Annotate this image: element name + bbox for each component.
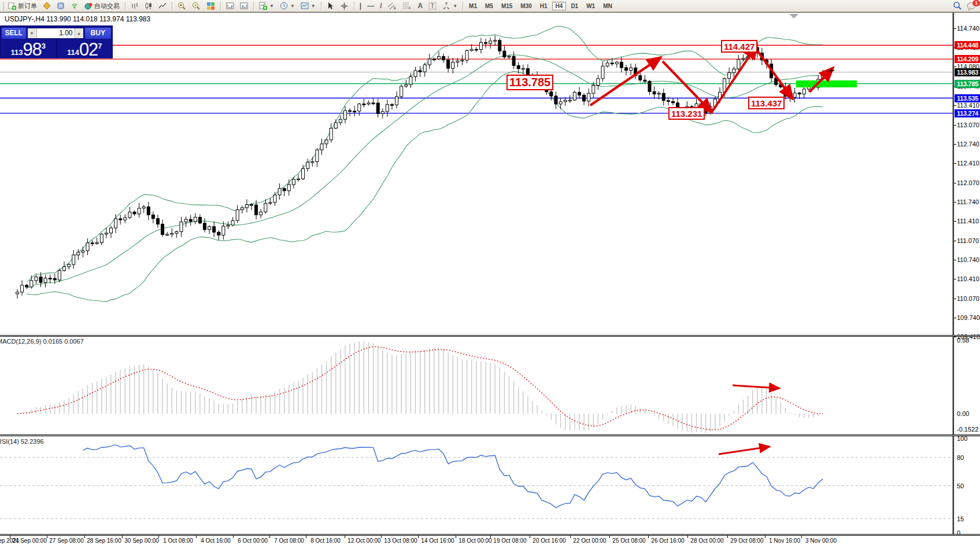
mt4-terminal-window: 新订单 自动交易 ▼ ▼ ▼ | — / E F A T: [0, 0, 980, 545]
svg-text:F: F: [409, 6, 411, 10]
timeframe-m30[interactable]: M30: [517, 2, 535, 10]
crosshair-button[interactable]: [337, 1, 352, 12]
vline-icon: |: [360, 2, 361, 9]
bar-chart-icon: [131, 2, 139, 10]
date-tick: [648, 536, 649, 538]
price-tick-label: 112.070: [957, 179, 979, 186]
date-tick: [158, 536, 159, 538]
bar-chart-button[interactable]: [128, 1, 142, 12]
date-tick: [765, 536, 765, 538]
tile-windows-button[interactable]: [204, 1, 218, 12]
price-tick: [954, 28, 956, 29]
channel-icon: E: [387, 2, 397, 10]
date-label: 8 Oct 16:00: [310, 537, 341, 544]
timeframe-m1[interactable]: M1: [465, 2, 480, 10]
svg-text:T: T: [431, 3, 434, 9]
ask-prefix: 114: [67, 48, 79, 57]
volume-dropdown-button[interactable]: ▼: [28, 28, 37, 38]
price-tick-label: 112.410: [957, 160, 979, 167]
autotrade-label: 自动交易: [94, 2, 120, 10]
date-label: 13 Oct 08:00: [384, 537, 417, 544]
date-label: 27 Sep 08:00: [49, 537, 84, 544]
hline-tool-button[interactable]: —: [364, 1, 377, 12]
price-annotation[interactable]: 114.427: [721, 40, 757, 53]
ask-price[interactable]: 114 02 7: [57, 39, 113, 58]
date-tick: [418, 536, 419, 538]
candlestick-icon: [145, 2, 153, 10]
price-tick: [954, 221, 956, 222]
arrange-chart2-button[interactable]: [237, 1, 251, 12]
svg-text:E: E: [394, 6, 396, 10]
date-label: 24 Sep 00:00: [12, 537, 47, 544]
channel-tool-button[interactable]: E: [384, 1, 400, 12]
panel-separator[interactable]: [0, 335, 980, 337]
price-line-flag: 113.274: [955, 109, 980, 117]
date-label: 14 Oct 16:00: [421, 537, 454, 544]
text-tool-button[interactable]: A: [415, 1, 426, 12]
volume-value[interactable]: 1.00: [37, 29, 75, 37]
panel-splitter-arrow[interactable]: [789, 14, 798, 19]
panel-separator[interactable]: [0, 534, 980, 536]
templates-button[interactable]: ▼: [298, 1, 319, 12]
arrows-tool-button[interactable]: ▼: [439, 1, 460, 12]
rsi-scale-label: 50: [957, 483, 964, 489]
volume-input[interactable]: ▼ 1.00 ▲: [27, 28, 84, 39]
panel-separator[interactable]: [0, 434, 980, 436]
indicators-button[interactable]: ▼: [256, 1, 277, 12]
wifi-icon: [71, 2, 79, 10]
arrange-chart-button[interactable]: [223, 1, 237, 12]
bid-pip-digit: 3: [42, 42, 46, 50]
date-label: 3 Nov 00:00: [805, 537, 837, 544]
candlestick-button[interactable]: [142, 1, 156, 12]
timeframe-w1[interactable]: W1: [583, 2, 598, 10]
price-annotation[interactable]: 113.231: [668, 107, 705, 120]
trendline-tool-button[interactable]: /: [377, 1, 384, 12]
timeframe-bar: M1M5M15M30H1H4D1W1MN: [465, 2, 616, 10]
toolbar-grip[interactable]: [2, 2, 3, 10]
bid-price[interactable]: 113 98 3: [1, 39, 56, 58]
price-tick-label: 111.410: [957, 218, 979, 224]
timeframe-m15[interactable]: M15: [498, 2, 516, 10]
vline-tool-button[interactable]: |: [357, 1, 364, 12]
autotrade-button[interactable]: 自动交易: [82, 1, 123, 12]
timeframe-h4[interactable]: H4: [552, 2, 567, 10]
cursor-button[interactable]: [324, 1, 337, 12]
zoom-in-button[interactable]: [175, 1, 189, 12]
volume-up-button[interactable]: ▲: [75, 28, 83, 38]
sell-button[interactable]: SELL: [2, 28, 26, 39]
timeframe-mn[interactable]: MN: [600, 2, 616, 10]
zoom-out-button[interactable]: [189, 1, 204, 12]
timeframe-m5[interactable]: M5: [482, 2, 497, 10]
date-tick: [687, 536, 688, 538]
timeframe-d1[interactable]: D1: [567, 2, 582, 10]
price-annotation[interactable]: 113.785: [506, 75, 553, 90]
date-axis[interactable]: Sep 202124 Sep 00:0027 Sep 08:0028 Sep 1…: [0, 536, 980, 545]
label-tool-button[interactable]: T: [426, 1, 439, 12]
price-tick-label: 114.740: [957, 25, 979, 32]
price-tick: [954, 279, 956, 279]
timeframe-h1[interactable]: H1: [537, 2, 551, 10]
arrows-icon: [442, 2, 450, 10]
market-depth-button[interactable]: [54, 1, 68, 12]
periods-button[interactable]: ▼: [277, 1, 298, 12]
new-order-button[interactable]: 新订单: [5, 1, 40, 12]
chart-window-border: [0, 12, 980, 13]
price-chart[interactable]: [0, 0, 980, 545]
search-icon[interactable]: [953, 1, 962, 10]
chat-button[interactable]: 1: [967, 2, 977, 10]
date-label: 1 Nov 16:00: [769, 537, 800, 544]
date-tick: [609, 536, 610, 538]
line-chart-button[interactable]: [156, 1, 169, 12]
date-tick: [196, 536, 197, 538]
price-annotation[interactable]: 113.437: [748, 97, 785, 109]
quotes-button[interactable]: [40, 1, 54, 12]
date-label: 20 Oct 16:00: [532, 537, 565, 544]
chat-badge: 1: [972, 0, 980, 7]
price-tick: [954, 144, 956, 145]
signals-button[interactable]: [68, 1, 82, 12]
buy-button[interactable]: BUY: [85, 28, 112, 39]
ask-big-digits: 02: [79, 41, 98, 58]
price-tick: [954, 299, 956, 299]
toolbar-separator: [125, 2, 125, 10]
fibonacci-tool-button[interactable]: F: [400, 1, 415, 12]
